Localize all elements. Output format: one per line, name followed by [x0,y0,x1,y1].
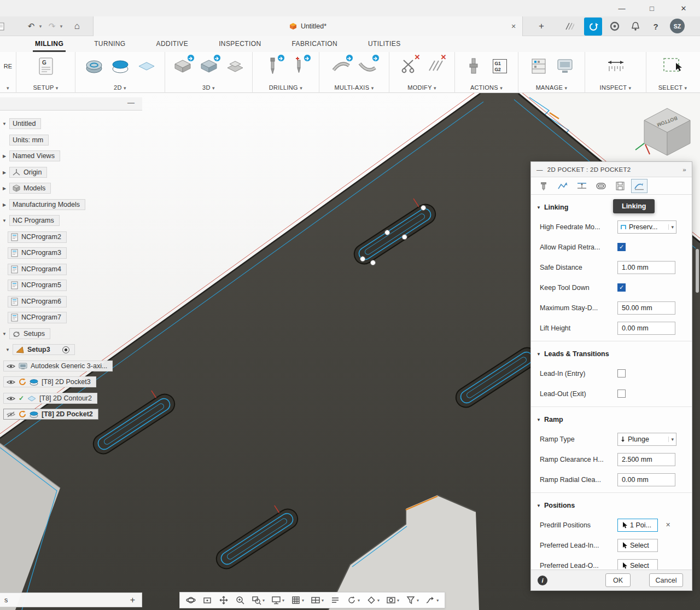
tree-item-manufacturing-models[interactable]: ▶ Manufacturing Models [1,198,85,211]
group-multi-axis[interactable]: MULTI-AXIS ▾ [319,52,389,93]
simulate-tool-icon[interactable] [463,55,484,77]
tree-item-setups[interactable]: ▼ Setups [1,327,50,340]
visual-style-icon[interactable] [328,593,343,607]
tab-additive[interactable]: ADDITIVE [154,38,191,52]
collapse-panel-icon[interactable]: — [127,98,135,107]
look-at-icon[interactable] [200,593,215,607]
maximize-button[interactable]: □ [640,0,664,16]
tree-item-ncprogram3[interactable]: NCProgram3 [8,246,67,259]
tab-turning[interactable]: TURNING [92,38,127,52]
preferred-lead-in-select-button[interactable]: Select [617,539,658,552]
expand-dialog-icon[interactable]: » [682,166,686,173]
ramp-radial-clearance-input[interactable]: 0.00 mm [617,473,675,486]
help-icon[interactable]: ? [649,16,663,36]
zoom-window-icon[interactable]: ▾ [249,593,267,607]
selection-filter-icon[interactable]: ▾ [403,593,422,607]
select-window-icon[interactable] [662,55,683,77]
display-settings-icon[interactable]: ▾ [269,593,287,607]
lead-in-checkbox[interactable] [617,369,626,377]
tab-heights[interactable] [574,179,590,193]
group-actions[interactable]: G1G2 ACTIONS ▾ [455,52,518,93]
undo-dropdown-icon[interactable]: ▾ [37,16,44,36]
home-icon[interactable]: ⌂ [70,16,84,36]
group-modify[interactable]: ✕ ✕ MODIFY ▾ [389,52,455,93]
tree-item-ncprogram5[interactable]: NCProgram5 [8,278,67,292]
redo-dropdown-icon[interactable]: ▾ [58,16,65,36]
lift-height-input[interactable]: 0.00 mm [617,322,675,335]
2d-face-icon[interactable] [136,55,157,77]
disclosure-icon[interactable]: ▶ [1,202,8,207]
tab-fabrication[interactable]: FABRICATION [289,38,340,52]
minimize-button[interactable]: — [610,0,634,16]
file-icon[interactable] [0,16,7,36]
predrill-positions-button[interactable]: 1 Poi... [617,519,658,532]
tree-item-setup3[interactable]: ▼ Setup3 [4,343,75,356]
tree-item-nc-programs[interactable]: ▼ NC Programs [1,214,60,227]
multi-axis-contour-icon[interactable] [357,55,378,77]
2d-pocket-icon[interactable] [110,55,131,77]
tree-item-ncprogram4[interactable]: NCProgram4 [8,263,67,276]
redo-button[interactable]: ↷ [46,16,58,36]
tree-item-document[interactable]: ▼ Untitled [1,117,41,130]
tab-passes[interactable] [593,179,609,193]
2d-adaptive-icon[interactable] [84,55,104,77]
delete-passes-icon[interactable]: ✕ [425,55,446,77]
3d-pocket-icon[interactable] [199,55,219,77]
disclosure-icon[interactable]: ▼ [4,347,11,352]
group-select[interactable]: SELECT ▾ [646,52,699,93]
close-document-icon[interactable]: ✕ [509,22,518,31]
allow-rapid-retract-checkbox[interactable]: ✓ [617,243,626,251]
clear-selection-icon[interactable]: ✕ [666,521,670,528]
keep-tool-down-checkbox[interactable]: ✓ [617,283,626,292]
drill-icon[interactable] [262,55,283,77]
safe-distance-input[interactable]: 1.00 mm [617,261,675,274]
high-feedrate-dropdown[interactable]: Preserv... ▾ [617,220,676,234]
disclosure-icon[interactable]: ▶ [1,170,8,175]
browser-panel-header[interactable]: — [0,97,142,111]
tree-item-machine[interactable]: Autodesk Generic 3-axi... [3,359,113,373]
ramp-type-dropdown[interactable]: Plunge ▾ [617,433,676,446]
section-positions[interactable]: ▼Positions [531,496,692,515]
disclosure-icon[interactable]: ▶ [1,186,8,191]
tree-item-ncprogram6[interactable]: NCProgram6 [8,295,67,308]
tree-item-operation-pocket3[interactable]: [T8] 2D Pocket3 [3,375,96,388]
collapse-dialog-icon[interactable]: — [536,166,543,173]
section-ramp[interactable]: ▼Ramp [531,410,692,429]
job-status-icon[interactable] [562,16,576,36]
browser-footer[interactable]: s + [0,592,142,607]
workspace-selector[interactable]: RE ▾ [0,52,16,93]
tab-geometry[interactable] [555,179,571,193]
zoom-icon[interactable] [232,593,248,607]
lead-out-checkbox[interactable] [617,390,626,398]
capture-icon[interactable]: ▾ [383,593,402,607]
ramp-clearance-input[interactable]: 2.500 mm [617,453,675,466]
visibility-eye-icon[interactable] [7,363,15,369]
active-setup-radio[interactable] [62,346,69,353]
disclosure-icon[interactable]: ▶ [1,154,8,159]
effects-icon[interactable]: ▾ [364,593,382,607]
user-avatar[interactable]: SZ [670,19,685,33]
maximum-stay-down-input[interactable]: 50.00 mm [617,301,675,315]
trim-scissors-icon[interactable]: ✕ [399,55,419,77]
group-manage[interactable]: MANAGE ▾ [518,52,585,93]
measure-icon[interactable] [605,55,626,77]
refresh-icon[interactable]: ▾ [344,593,363,607]
pan-icon[interactable] [216,593,231,607]
viewport-scrollbar[interactable] [696,249,699,293]
group-inspect[interactable]: INSPECT ▾ [585,52,646,93]
visibility-eye-icon[interactable] [7,379,15,385]
tab-inspection[interactable]: INSPECTION [217,38,263,52]
cancel-button[interactable]: Cancel [649,573,683,587]
section-leads-transitions[interactable]: ▼Leads & Transitions [531,345,692,363]
tab-utilities[interactable]: UTILITIES [366,38,403,52]
toolpath-display-icon[interactable]: ▾ [423,593,441,607]
section-linking[interactable]: ▼Linking [531,198,692,217]
tree-item-ncprogram2[interactable]: NCProgram2 [8,230,67,243]
group-2d[interactable]: 2D ▾ [75,52,165,93]
tool-library-icon[interactable] [528,55,549,77]
group-setup[interactable]: G SETUP ▾ [16,52,75,93]
tree-item-named-views[interactable]: ▶ Named Views [1,149,60,162]
grid-display-icon[interactable]: ▾ [288,593,307,607]
tree-item-models[interactable]: ▶ Models [1,182,51,195]
notifications-bell-icon[interactable] [628,16,643,36]
